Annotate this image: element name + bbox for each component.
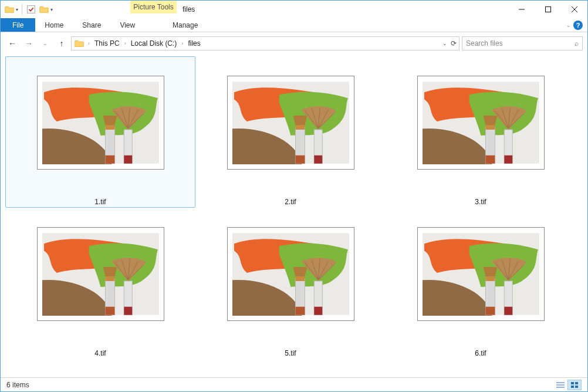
svg-rect-81 [575,382,578,384]
file-item[interactable]: 6.tif [386,208,576,359]
file-item[interactable]: 5.tif [195,208,386,359]
file-thumbnail [37,76,164,170]
chevron-right-icon[interactable]: › [122,40,129,46]
svg-rect-35 [504,156,512,164]
file-thumbnail [417,227,545,321]
svg-rect-45 [105,307,114,315]
svg-rect-59 [314,307,322,315]
window-controls [508,1,587,18]
svg-rect-11 [124,156,132,164]
svg-rect-23 [314,156,322,164]
svg-rect-80 [571,382,574,384]
search-input[interactable]: Search files ⌕ [462,36,583,50]
minimize-button[interactable] [508,1,535,18]
address-bar[interactable]: › This PC › Local Disk (C:) › files ⌄ ⟳ [71,36,459,50]
svg-rect-69 [485,307,495,315]
breadcrumb[interactable]: Local Disk (C:) [130,39,178,48]
search-icon: ⌕ [575,39,579,48]
svg-rect-33 [485,156,495,164]
svg-rect-20 [295,125,305,130]
qa-dropdown-icon[interactable]: ▾ [16,7,18,12]
divider [22,4,22,15]
svg-rect-44 [105,276,114,281]
svg-rect-56 [295,276,305,281]
file-name[interactable]: 2.tif [285,198,296,206]
svg-rect-9 [105,156,114,164]
item-count: 6 items [6,381,29,389]
breadcrumb[interactable]: files [187,39,201,48]
properties-icon[interactable] [26,4,36,15]
window-title: files [183,5,195,13]
close-button[interactable] [561,1,587,18]
help-icon[interactable]: ? [573,21,583,30]
file-thumbnail [417,76,545,170]
file-item[interactable]: 3.tif [386,56,576,208]
svg-rect-82 [571,386,574,388]
svg-rect-2 [545,6,550,12]
status-bar: 6 items [1,377,587,391]
maximize-button[interactable] [535,1,561,18]
navigation-row: ← → ⌄ ↑ › This PC › Local Disk (C:) › fi… [1,32,587,54]
tab-manage[interactable]: Manage [162,18,208,32]
file-thumbnail [37,227,164,321]
qa-customize-icon[interactable]: ▾ [50,7,53,12]
svg-rect-71 [504,307,512,315]
title-bar: ▾ ▾ Picture Tools files [1,1,587,18]
chevron-right-icon[interactable]: › [86,40,92,46]
ribbon-collapse-icon[interactable]: ⌄ [566,22,571,28]
details-view-button[interactable] [553,380,567,390]
quick-access-toolbar: ▾ ▾ [1,1,53,18]
thumbnails-view-button[interactable] [567,380,582,390]
file-item[interactable]: 1.tif [5,56,195,208]
file-thumbnail [227,227,354,321]
svg-rect-8 [105,125,114,130]
svg-rect-21 [295,156,305,164]
svg-rect-47 [124,307,132,315]
file-thumbnail [227,76,354,170]
file-item[interactable]: 4.tif [5,208,195,359]
new-folder-icon[interactable] [39,4,49,15]
tab-file[interactable]: File [1,18,35,32]
file-pane[interactable]: 1.tif 2.tif [1,54,587,377]
back-button[interactable]: ← [5,36,19,50]
svg-rect-68 [485,276,495,281]
breadcrumb[interactable]: This PC [93,39,121,48]
ribbon-tabs: File Home Share View Manage ⌄ ? [1,18,587,32]
folder-icon [74,38,85,49]
svg-rect-57 [295,307,305,315]
contextual-tab-picture-tools[interactable]: Picture Tools [130,1,177,13]
file-name[interactable]: 3.tif [475,198,486,206]
svg-rect-83 [575,386,578,388]
file-name[interactable]: 5.tif [285,349,296,357]
file-name[interactable]: 6.tif [475,349,486,357]
up-button[interactable]: ↑ [55,36,69,50]
forward-button[interactable]: → [22,36,36,50]
tab-home[interactable]: Home [35,18,73,32]
search-placeholder: Search files [466,39,503,48]
file-name[interactable]: 4.tif [94,349,106,357]
address-dropdown-icon[interactable]: ⌄ [442,40,447,46]
folder-icon [4,4,15,15]
tab-view[interactable]: View [110,18,144,32]
chevron-right-icon[interactable]: › [179,40,185,46]
svg-rect-32 [485,125,495,130]
recent-locations-button[interactable]: ⌄ [38,36,52,50]
tab-share[interactable]: Share [73,18,110,32]
svg-rect-0 [28,6,35,13]
file-item[interactable]: 2.tif [195,56,386,208]
file-name[interactable]: 1.tif [94,198,106,206]
refresh-icon[interactable]: ⟳ [451,39,457,48]
